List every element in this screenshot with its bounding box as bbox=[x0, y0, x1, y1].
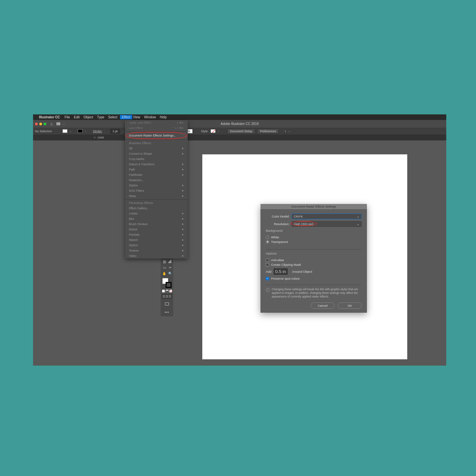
menu-sketch[interactable]: Sketch bbox=[125, 237, 188, 243]
background-group-label: Background bbox=[266, 229, 362, 232]
column-graph-tool-icon[interactable]: ▥ bbox=[162, 259, 167, 264]
draw-inside-icon[interactable] bbox=[169, 295, 171, 298]
chevron-down-icon[interactable]: ⌄ bbox=[218, 130, 220, 133]
checkbox-icon bbox=[266, 258, 269, 262]
menu-file[interactable]: File bbox=[64, 115, 70, 119]
menu-brush-strokes[interactable]: Brush Strokes bbox=[125, 221, 188, 227]
color-mode-row bbox=[162, 290, 172, 293]
control-bar: No Selection ⌄ ⌄ Stroke: ˄˅ 1 pt ⌄ Opaci… bbox=[33, 128, 446, 135]
color-mode-icon[interactable] bbox=[162, 290, 165, 293]
around-object-label: Around Object bbox=[292, 270, 312, 273]
app-name[interactable]: Illustrator CC bbox=[39, 115, 60, 119]
artboard-tool-icon[interactable]: ▭ bbox=[162, 265, 167, 270]
bg-white-radio[interactable]: White bbox=[266, 235, 362, 239]
color-model-select[interactable]: CMYK ⌄ bbox=[292, 214, 362, 219]
selection-label: No Selection bbox=[35, 130, 52, 133]
close-tab-icon[interactable]: × bbox=[94, 136, 96, 139]
menu-rasterize[interactable]: Rasterize... bbox=[125, 178, 188, 183]
home-icon[interactable]: ⌂ bbox=[50, 122, 53, 126]
app-title: Adobe Illustrator CC 2019 bbox=[220, 122, 258, 126]
style-swatch[interactable] bbox=[211, 129, 216, 133]
anti-alias-checkbox[interactable]: Anti-alias bbox=[266, 258, 362, 262]
fill-stroke-control[interactable] bbox=[162, 277, 172, 289]
gradient-mode-icon[interactable] bbox=[166, 290, 169, 293]
menu-type[interactable]: Type bbox=[97, 115, 104, 119]
arrange-documents-icon[interactable] bbox=[57, 122, 60, 125]
bar-graph-tool-icon[interactable] bbox=[168, 259, 173, 264]
menu-stylize-ps[interactable]: Stylize bbox=[125, 243, 188, 248]
menu-3d[interactable]: 3D bbox=[125, 146, 188, 151]
menu-pathfinder[interactable]: Pathfinder bbox=[125, 172, 188, 178]
draw-normal-icon[interactable] bbox=[163, 295, 165, 298]
menu-warp[interactable]: Warp bbox=[125, 193, 188, 199]
raster-effects-dialog: Document Raster Effects Settings Color M… bbox=[260, 204, 367, 313]
menu-window[interactable]: Window bbox=[144, 115, 156, 119]
menu-doc-raster-settings[interactable]: Document Raster Effects Settings... bbox=[125, 132, 188, 139]
bg-transparent-radio[interactable]: Transparent bbox=[266, 240, 362, 244]
menu-svg-filters[interactable]: SVG Filters bbox=[125, 188, 188, 193]
menu-help[interactable]: Help bbox=[160, 115, 167, 119]
chevron-down-icon[interactable]: ⌄ bbox=[63, 122, 65, 125]
screen-mode-button[interactable] bbox=[162, 301, 172, 307]
canvas-area[interactable] bbox=[33, 140, 446, 366]
menu-select[interactable]: Select bbox=[108, 115, 117, 119]
stroke-value[interactable]: 1 pt bbox=[110, 129, 120, 134]
menu-view[interactable]: View bbox=[133, 115, 140, 119]
chevron-down-icon[interactable]: ⌄ bbox=[122, 130, 124, 133]
fill-swatch[interactable] bbox=[62, 129, 67, 133]
menu-effect[interactable]: Effect bbox=[120, 115, 132, 119]
preserve-spot-checkbox[interactable]: Preserve spot colors bbox=[266, 277, 362, 280]
minimize-window-icon[interactable] bbox=[39, 123, 42, 125]
document-setup-button[interactable]: Document Setup bbox=[227, 129, 255, 134]
dialog-title: Document Raster Effects Settings bbox=[260, 204, 367, 210]
options-group-label: Options bbox=[266, 252, 362, 255]
menu-blur[interactable]: Blur bbox=[125, 216, 188, 221]
maximize-window-icon[interactable] bbox=[44, 123, 46, 125]
resolution-label: Resolution: bbox=[266, 222, 290, 226]
menu-texture[interactable]: Texture bbox=[125, 248, 188, 253]
menu-convert-to-shape[interactable]: Convert to Shape bbox=[125, 151, 188, 156]
menu-effect-gallery[interactable]: Effect Gallery... bbox=[125, 206, 188, 211]
menu-object[interactable]: Object bbox=[84, 115, 93, 119]
draw-behind-icon[interactable] bbox=[166, 295, 168, 298]
menu-apply-last-effect: Apply Last Effect ⇧⌘E bbox=[125, 120, 188, 125]
menu-crop-marks[interactable]: Crop Marks bbox=[125, 156, 188, 162]
document-tab[interactable]: Untit bbox=[98, 136, 104, 139]
menu-pixelate[interactable]: Pixelate bbox=[125, 232, 188, 237]
hand-tool-icon[interactable]: ✋ bbox=[162, 271, 167, 276]
cancel-button[interactable]: Cancel bbox=[311, 302, 335, 309]
chevron-down-icon[interactable]: ⌄ bbox=[69, 130, 72, 133]
ok-button[interactable]: OK bbox=[338, 302, 362, 309]
preferences-button[interactable]: Preferences bbox=[257, 129, 279, 134]
menu-edit[interactable]: Edit bbox=[74, 115, 79, 119]
chevron-down-icon[interactable]: ⌄ bbox=[288, 130, 290, 133]
menu-distort-ps[interactable]: Distort bbox=[125, 227, 188, 232]
mac-menubar: Illustrator CC File Edit Object Type Sel… bbox=[33, 114, 446, 120]
align-icon[interactable]: ⫞ bbox=[284, 129, 286, 133]
zoom-tool-icon[interactable]: 🔍 bbox=[168, 271, 173, 276]
menu-stylize[interactable]: Stylize bbox=[125, 183, 188, 188]
checkbox-icon bbox=[266, 263, 269, 266]
menu-path[interactable]: Path bbox=[125, 167, 188, 172]
none-mode-icon[interactable] bbox=[169, 290, 172, 293]
clipping-mask-checkbox[interactable]: Create Clipping Mask bbox=[266, 263, 362, 266]
section-photoshop-effects: Photoshop Effects bbox=[125, 200, 188, 206]
style-label: Style: bbox=[201, 130, 209, 133]
stroke-label[interactable]: Stroke: bbox=[93, 130, 102, 133]
stroke-color-icon[interactable] bbox=[166, 282, 172, 288]
edit-toolbar-icon[interactable]: ••• bbox=[162, 309, 172, 315]
section-illustrator-effects: Illustrator Effects bbox=[125, 140, 188, 146]
chevron-down-icon: ⌄ bbox=[357, 215, 359, 218]
stroke-stepper[interactable]: ˄˅ bbox=[104, 129, 108, 133]
menu-artistic[interactable]: Artistic bbox=[125, 211, 188, 216]
stroke-swatch[interactable] bbox=[78, 129, 83, 133]
chevron-down-icon[interactable]: ⌄ bbox=[85, 130, 87, 133]
resolution-select[interactable]: High (300 ppi) ⌄ bbox=[292, 221, 362, 227]
chevron-right-icon[interactable]: › bbox=[194, 130, 195, 133]
slice-tool-icon[interactable]: ✂ bbox=[168, 265, 173, 270]
info-text: Changing these settings will break the l… bbox=[272, 288, 362, 298]
add-input[interactable] bbox=[274, 268, 288, 275]
menu-distort-transform[interactable]: Distort & Transform bbox=[125, 162, 188, 167]
close-window-icon[interactable] bbox=[35, 123, 38, 125]
menu-video[interactable]: Video bbox=[125, 253, 188, 258]
